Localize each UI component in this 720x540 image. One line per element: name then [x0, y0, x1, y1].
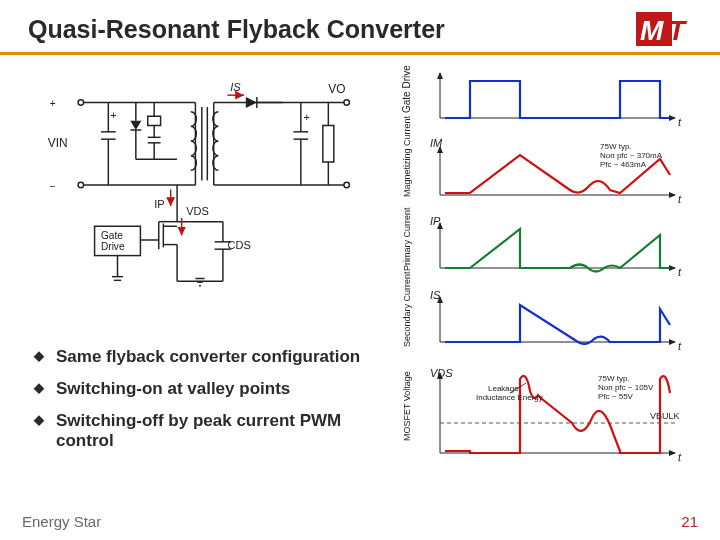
svg-point-39: [344, 182, 350, 188]
svg-text:t: t: [678, 340, 682, 352]
svg-text:t: t: [678, 116, 682, 128]
bullet-item: Same flyback converter configuration: [34, 347, 394, 367]
svg-text:Magnetizing Current: Magnetizing Current: [402, 115, 412, 197]
svg-text:Drive: Drive: [101, 241, 125, 252]
svg-text:Secondary Current: Secondary Current: [402, 271, 412, 347]
bullet-item: Switching-off by peak current PWM contro…: [34, 411, 394, 451]
svg-text:−: −: [50, 181, 56, 192]
svg-text:VBULK: VBULK: [650, 411, 680, 421]
svg-text:Non pfc ~ 370mA: Non pfc ~ 370mA: [600, 151, 663, 160]
svg-text:IP: IP: [430, 215, 441, 227]
svg-marker-13: [130, 121, 141, 130]
svg-point-4: [78, 182, 84, 188]
label-vo: VO: [328, 82, 345, 96]
svg-text:+: +: [304, 111, 310, 123]
logo-letter-m: M: [640, 15, 664, 46]
svg-text:75W typ.: 75W typ.: [600, 142, 632, 151]
label-ip: IP: [154, 198, 164, 210]
svg-text:t: t: [678, 193, 682, 205]
page-number: 21: [681, 513, 698, 530]
svg-text:MOSFET Voltage: MOSFET Voltage: [402, 371, 412, 441]
waveform-timing-diagram: Gate Drive t Magnetizing Current IM t 75…: [400, 55, 690, 485]
label-vds: VDS: [186, 205, 209, 217]
svg-point-38: [344, 100, 350, 106]
circuit-schematic: + − VIN +: [30, 75, 370, 295]
svg-marker-28: [246, 97, 257, 108]
logo-letter-t: T: [668, 15, 688, 46]
label-vin: VIN: [48, 136, 68, 150]
label-cds: CDS: [228, 239, 251, 251]
svg-text:+: +: [50, 98, 56, 109]
svg-text:Primary Current: Primary Current: [402, 207, 412, 271]
svg-text:Non pfc ~ 105V: Non pfc ~ 105V: [598, 383, 654, 392]
label-is: IS: [230, 81, 241, 93]
footer-text: Energy Star: [22, 513, 101, 530]
svg-text:Pfc ~ 463mA: Pfc ~ 463mA: [600, 160, 647, 169]
svg-text:75W typ.: 75W typ.: [598, 374, 630, 383]
svg-text:Leakage: Leakage: [488, 384, 519, 393]
bullet-list: Same flyback converter configuration Swi…: [34, 335, 394, 463]
svg-text:VDS: VDS: [430, 367, 453, 379]
svg-text:IS: IS: [430, 289, 441, 301]
svg-text:Gate Drive: Gate Drive: [401, 65, 412, 113]
svg-text:Gate: Gate: [101, 230, 123, 241]
svg-point-3: [78, 100, 84, 106]
svg-text:Pfc ~ 55V: Pfc ~ 55V: [598, 392, 634, 401]
page-title: Quasi-Resonant Flyback Converter: [28, 15, 445, 44]
svg-text:t: t: [678, 266, 682, 278]
svg-text:IM: IM: [430, 137, 443, 149]
svg-text:Inductance Energy: Inductance Energy: [476, 393, 543, 402]
svg-text:+: +: [110, 109, 116, 121]
bullet-item: Switching-on at valley points: [34, 379, 394, 399]
svg-text:t: t: [678, 451, 682, 463]
logo-icon: M T: [636, 12, 692, 46]
